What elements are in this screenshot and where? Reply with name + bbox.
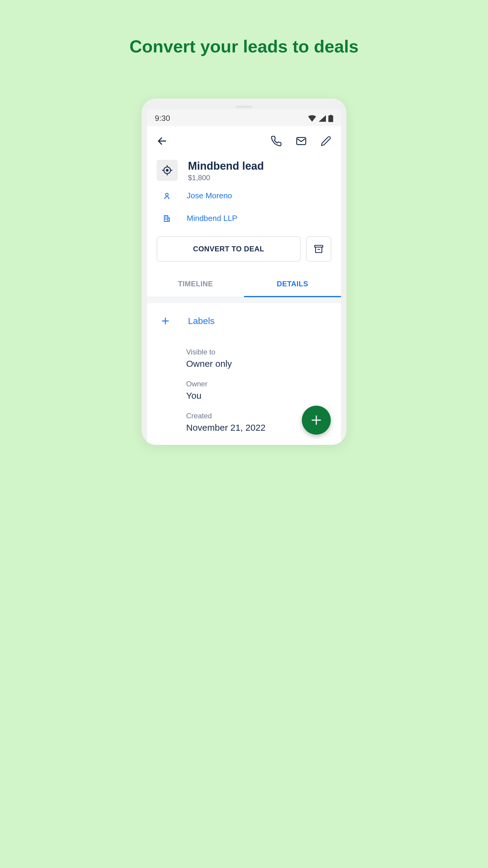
- call-button[interactable]: [270, 135, 282, 147]
- svg-rect-0: [328, 116, 333, 122]
- field-value-visible: Owner only: [186, 359, 331, 369]
- person-icon: [163, 192, 171, 200]
- svg-point-5: [166, 169, 168, 171]
- organization-name: Mindbend LLP: [187, 214, 237, 223]
- svg-rect-11: [164, 216, 168, 221]
- contact-link[interactable]: Jose Moreno: [147, 184, 341, 207]
- labels-heading: Labels: [188, 316, 215, 326]
- field-owner: Owner You: [157, 380, 331, 401]
- appbar: [147, 126, 341, 155]
- building-icon: [163, 215, 171, 222]
- svg-point-10: [166, 193, 168, 196]
- svg-rect-12: [168, 218, 169, 221]
- screen: 9:30: [147, 110, 341, 445]
- tabs: TIMELINE DETAILS: [147, 272, 341, 297]
- archive-icon: [313, 244, 324, 254]
- target-icon: [161, 164, 173, 176]
- back-button[interactable]: [157, 135, 167, 147]
- organization-link[interactable]: Mindbend LLP: [147, 207, 341, 230]
- field-label-visible: Visible to: [186, 348, 331, 356]
- signal-icon: [319, 115, 326, 122]
- field-visible-to: Visible to Owner only: [157, 348, 331, 369]
- fab-add[interactable]: [302, 406, 331, 435]
- action-row: CONVERT TO DEAL: [147, 230, 341, 272]
- contact-name: Jose Moreno: [187, 191, 232, 200]
- labels-row[interactable]: Labels: [157, 312, 331, 337]
- svg-rect-1: [330, 115, 332, 116]
- email-button[interactable]: [295, 135, 307, 147]
- convert-button[interactable]: CONVERT TO DEAL: [157, 236, 301, 261]
- field-value-owner: You: [186, 391, 331, 401]
- lead-avatar: [157, 160, 178, 181]
- lead-amount: $1,800: [188, 174, 264, 182]
- battery-icon: [328, 115, 333, 122]
- archive-button[interactable]: [306, 236, 331, 261]
- svg-rect-19: [315, 245, 323, 247]
- plus-icon: [310, 414, 323, 427]
- lead-header: Mindbend lead $1,800: [147, 155, 341, 184]
- statusbar-icons: [308, 115, 333, 122]
- edit-button[interactable]: [321, 135, 331, 147]
- arrow-left-icon: [157, 135, 167, 147]
- field-label-owner: Owner: [186, 380, 331, 388]
- marketing-headline: Convert your leads to deals: [130, 36, 359, 56]
- phone-icon: [270, 135, 282, 147]
- statusbar: 9:30: [147, 110, 341, 126]
- phone-frame: 9:30: [141, 98, 347, 445]
- mail-icon: [295, 135, 307, 147]
- lead-title: Mindbend lead: [188, 160, 264, 173]
- plus-icon: [161, 316, 170, 326]
- tab-details[interactable]: DETAILS: [244, 272, 341, 297]
- wifi-icon: [308, 115, 316, 122]
- pencil-icon: [321, 135, 331, 147]
- statusbar-time: 9:30: [155, 114, 170, 123]
- tab-timeline[interactable]: TIMELINE: [147, 272, 244, 297]
